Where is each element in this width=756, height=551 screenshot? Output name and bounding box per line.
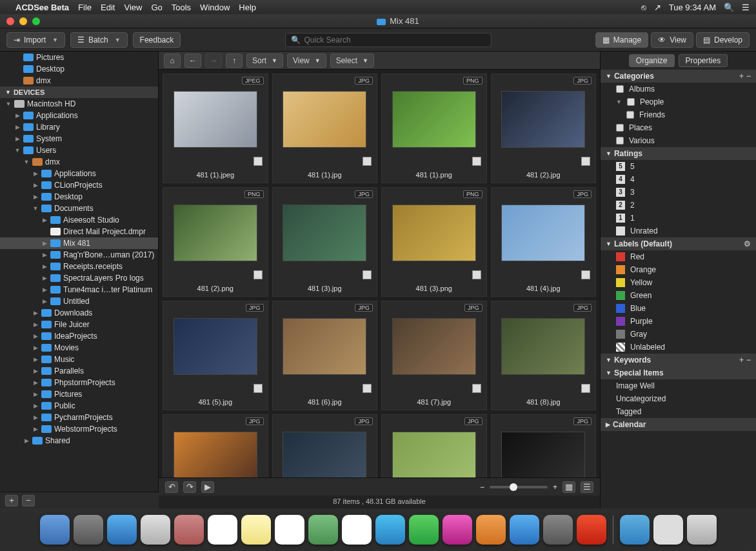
- disclosure-arrow-icon[interactable]: ▶: [41, 217, 48, 223]
- add-favorite-button[interactable]: +: [5, 495, 18, 506]
- special-item-row[interactable]: Uncategorized: [601, 392, 756, 405]
- dock-maps[interactable]: [308, 515, 338, 545]
- thumbnail-cell[interactable]: JPG481 (4).jpg: [491, 187, 597, 297]
- rotate-left-button[interactable]: ↶: [165, 481, 178, 493]
- thumbnail-cell[interactable]: JPG481 (1).jpg: [272, 74, 378, 183]
- disclosure-arrow-icon[interactable]: ▶: [32, 379, 39, 386]
- rating-row[interactable]: 22: [601, 199, 756, 212]
- disclosure-arrow-icon[interactable]: ▶: [41, 275, 48, 281]
- sidebar-item[interactable]: ▶Library: [0, 121, 158, 133]
- nav-back-button[interactable]: ←: [184, 54, 201, 68]
- categories-header[interactable]: ▼Categories+−: [601, 70, 756, 83]
- close-window-button[interactable]: [6, 17, 14, 25]
- labels-header[interactable]: ▼Labels (Default)⚙: [601, 237, 756, 250]
- category-row[interactable]: Places: [601, 121, 756, 134]
- dock-appstore[interactable]: [510, 515, 539, 545]
- dock-calendar[interactable]: [208, 515, 237, 545]
- sidebar-item[interactable]: ▶Desktop: [0, 191, 158, 203]
- disclosure-arrow-icon[interactable]: ▶: [41, 252, 48, 258]
- dock-trash[interactable]: [687, 515, 717, 545]
- dock-messages[interactable]: [375, 515, 405, 545]
- category-row[interactable]: Friends: [601, 108, 756, 121]
- dock-reminders[interactable]: [275, 515, 304, 545]
- sidebar-item[interactable]: ▶Aiseesoft Studio: [0, 214, 158, 226]
- thumbnail-cell[interactable]: JPG481 (3).jpg: [272, 187, 378, 297]
- sidebar-item[interactable]: ▼Macintosh HD: [0, 98, 158, 110]
- thumbnail-cell[interactable]: PNG481 (3).png: [381, 187, 487, 297]
- disclosure-arrow-icon[interactable]: ▶: [32, 170, 39, 177]
- sidebar-item[interactable]: Direct Mail Project.dmpr: [0, 226, 158, 237]
- sidebar-item[interactable]: ▶Receipts.receipts: [0, 261, 158, 272]
- import-button[interactable]: ⇥ Import▼: [6, 32, 65, 48]
- sort-dropdown[interactable]: Sort▼: [246, 54, 283, 68]
- label-row[interactable]: Unlabeled: [601, 341, 756, 354]
- tab-organize[interactable]: Organize: [629, 54, 675, 67]
- rating-row[interactable]: 55: [601, 160, 756, 173]
- sidebar-item[interactable]: ▶Mix 481: [0, 237, 158, 249]
- thumbnail-cell[interactable]: JPG481 (5).jpg: [163, 301, 268, 410]
- category-checkbox[interactable]: [616, 85, 624, 93]
- sidebar-item[interactable]: ▶Untitled: [0, 296, 158, 307]
- sidebar-item[interactable]: dmx: [0, 75, 158, 86]
- thumbnail-checkbox[interactable]: [581, 157, 590, 166]
- category-checkbox[interactable]: [627, 98, 635, 106]
- nav-home-button[interactable]: ⌂: [164, 54, 181, 68]
- thumbnail-size-slider[interactable]: [490, 486, 548, 488]
- category-checkbox[interactable]: [616, 124, 624, 132]
- thumbnail-checkbox[interactable]: [581, 384, 590, 393]
- play-button[interactable]: ▶: [201, 481, 214, 493]
- remove-keyword-icon[interactable]: −: [746, 356, 751, 365]
- feedback-button[interactable]: Feedback: [133, 32, 181, 48]
- status-icon[interactable]: ↗: [654, 3, 661, 12]
- sidebar-item[interactable]: ▶Shared: [0, 435, 158, 446]
- sidebar-item[interactable]: ▶Rag'n'Bone…uman (2017): [0, 249, 158, 261]
- menu-view[interactable]: View: [124, 3, 142, 12]
- sidebar-item[interactable]: ▼Documents: [0, 203, 158, 214]
- dock-preferences[interactable]: [543, 515, 573, 545]
- dock-itunes[interactable]: [443, 515, 472, 545]
- labels-settings-icon[interactable]: ⚙: [744, 239, 751, 248]
- thumbnail-checkbox[interactable]: [363, 384, 372, 393]
- nav-up-button[interactable]: ↑: [226, 54, 243, 68]
- thumbnail-cell[interactable]: JPG: [381, 414, 487, 477]
- disclosure-arrow-icon[interactable]: ▼: [14, 147, 21, 154]
- sidebar-item[interactable]: ▼dmx: [0, 156, 158, 168]
- add-keyword-icon[interactable]: +: [739, 356, 744, 365]
- category-row[interactable]: Albums: [601, 83, 756, 95]
- rating-row[interactable]: 11: [601, 212, 756, 225]
- menu-window[interactable]: Window: [200, 3, 230, 12]
- thumbnail-cell[interactable]: JPEG481 (1).jpeg: [163, 74, 268, 183]
- menu-file[interactable]: File: [78, 3, 92, 12]
- label-row[interactable]: Purple: [601, 315, 756, 328]
- sidebar-item[interactable]: ▶Music: [0, 354, 158, 365]
- label-row[interactable]: Blue: [601, 302, 756, 315]
- dock-contacts[interactable]: [174, 515, 204, 545]
- thumbnail-cell[interactable]: JPG: [163, 414, 268, 477]
- special-item-row[interactable]: Image Well: [601, 379, 756, 392]
- dock-ibooks[interactable]: [476, 515, 506, 545]
- dock-finder[interactable]: [40, 515, 70, 545]
- add-category-icon[interactable]: +: [739, 72, 744, 81]
- keywords-header[interactable]: ▼Keywords+−: [601, 354, 756, 366]
- thumbnail-checkbox[interactable]: [472, 270, 481, 279]
- menu-edit[interactable]: Edit: [101, 3, 115, 12]
- select-dropdown[interactable]: Select▼: [330, 54, 374, 68]
- remove-favorite-button[interactable]: −: [22, 495, 35, 506]
- sidebar-item[interactable]: ▶Tune4mac i…ter Platinum: [0, 284, 158, 296]
- ratings-header[interactable]: ▼Ratings: [601, 147, 756, 160]
- sidebar-item[interactable]: ▶Downloads: [0, 307, 158, 319]
- disclosure-arrow-icon[interactable]: ▶: [32, 403, 39, 409]
- zoom-in-icon[interactable]: +: [553, 483, 557, 492]
- app-menu[interactable]: ACDSee Beta: [15, 3, 69, 12]
- disclosure-arrow-icon[interactable]: ▶: [32, 333, 39, 339]
- rating-row[interactable]: 44: [601, 173, 756, 186]
- label-row[interactable]: Red: [601, 250, 756, 263]
- minimize-window-button[interactable]: [19, 17, 27, 25]
- thumbnail-cell[interactable]: JPG481 (6).jpg: [272, 301, 378, 410]
- dock-safari[interactable]: [107, 515, 137, 545]
- thumbnail-checkbox[interactable]: [254, 157, 263, 166]
- sidebar-item[interactable]: ▶IdeaProjects: [0, 330, 158, 342]
- thumbnail-cell[interactable]: PNG481 (1).png: [381, 74, 487, 183]
- view-dropdown[interactable]: View▼: [287, 54, 326, 68]
- disclosure-arrow-icon[interactable]: ▼: [616, 99, 622, 105]
